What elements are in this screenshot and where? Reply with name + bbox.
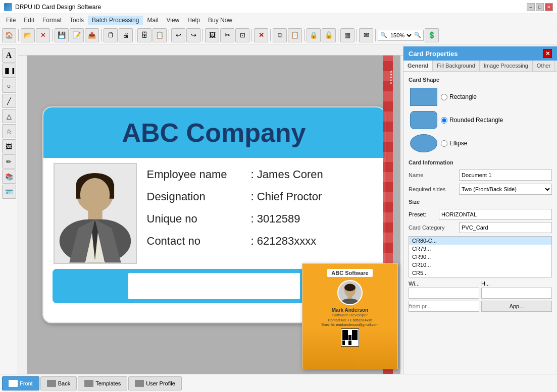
rounded-shape <box>410 111 437 129</box>
menu-view[interactable]: View <box>162 16 183 25</box>
paste-button[interactable]: 📋 <box>288 28 302 42</box>
undo-button[interactable]: ↩ <box>171 28 185 42</box>
minimize-button[interactable]: – <box>527 3 535 11</box>
label-rectangle: Rectangle <box>449 93 477 100</box>
popup-name: Mark Anderson <box>332 307 368 313</box>
barcode-tool[interactable]: ▐▌▐ <box>2 64 16 78</box>
height-input[interactable] <box>481 288 552 299</box>
radio-rounded-rectangle[interactable] <box>441 117 447 124</box>
width-label: Wi... <box>409 281 420 287</box>
radio-rectangle[interactable] <box>441 94 447 100</box>
tab-templates[interactable]: Templates <box>78 376 127 390</box>
menu-edit[interactable]: Edit <box>20 16 38 25</box>
name-input[interactable] <box>459 170 552 181</box>
star-tool[interactable]: ☆ <box>2 124 16 138</box>
tab-back[interactable]: Back <box>40 376 77 390</box>
image-button[interactable]: 🖼 <box>205 28 219 42</box>
apply-button[interactable]: App... <box>481 301 552 312</box>
crop-button[interactable]: ✂ <box>220 28 234 42</box>
close-button[interactable]: ✕ <box>545 3 553 11</box>
image-tool[interactable]: 🖼 <box>2 139 16 153</box>
popup-card-inner: ABC Software Mark Anderson Software Deve… <box>302 264 397 369</box>
colon2: : <box>248 190 257 203</box>
tab-image-processing[interactable]: Image Processing <box>480 61 533 71</box>
category-item-cr79[interactable]: CR79... <box>409 245 551 253</box>
preset-input[interactable] <box>439 209 552 220</box>
menu-file[interactable]: File <box>2 16 20 25</box>
zoom-select[interactable]: 150% 100% 75% 200% <box>388 32 413 39</box>
menu-format[interactable]: Format <box>38 16 66 25</box>
export-button[interactable]: 📤 <box>85 28 99 42</box>
unlock-button[interactable]: 🔓 <box>322 28 336 42</box>
tab-fill-background[interactable]: Fill Background <box>433 61 480 71</box>
maximize-button[interactable]: □ <box>536 3 544 11</box>
titlebar-left: DRPU ID Card Design Software <box>4 3 101 11</box>
align-button[interactable]: ⊡ <box>235 28 249 42</box>
action-row: App... <box>409 301 552 312</box>
print-button[interactable]: 🖨 <box>119 28 133 42</box>
line-tool[interactable]: ╱ <box>2 94 16 108</box>
delete-button[interactable]: ✕ <box>254 28 268 42</box>
menu-mail[interactable]: Mail <box>143 16 162 25</box>
required-sides-label: Required sides <box>409 186 459 192</box>
zoom-box[interactable]: 🔍 150% 100% 75% 200% 🔍 <box>378 30 424 41</box>
rectangle-tool[interactable]: △ <box>2 109 16 123</box>
shape-tool[interactable]: ○ <box>2 79 16 93</box>
svg-rect-84 <box>342 299 358 304</box>
zoom-in-icon[interactable]: 🔍 <box>414 32 421 38</box>
grid-button[interactable]: ▦ <box>340 28 355 42</box>
currency-button[interactable]: 💲 <box>425 28 439 42</box>
menu-buy-now[interactable]: Buy Now <box>204 16 236 25</box>
card-category-input[interactable] <box>459 222 552 233</box>
preset-label: Preset: <box>409 211 439 217</box>
import-button[interactable]: 📋 <box>153 28 167 42</box>
copy-button[interactable]: ⧉ <box>273 28 287 42</box>
radio-ellipse[interactable] <box>441 140 447 147</box>
redo-button[interactable]: ↪ <box>186 28 200 42</box>
shape-option-ellipse[interactable]: Ellipse <box>441 133 552 153</box>
tab-user-profile[interactable]: User Profile <box>128 376 181 390</box>
menu-batch-processing[interactable]: Batch Processing <box>88 16 143 25</box>
lock-button[interactable]: 🔒 <box>307 28 321 42</box>
category-item-cr90[interactable]: CR90... <box>409 253 551 261</box>
close-file-button[interactable]: ✕ <box>36 28 50 42</box>
sep5 <box>169 29 169 41</box>
menu-help[interactable]: Help <box>183 16 204 25</box>
width-input[interactable] <box>409 288 479 299</box>
book-tool[interactable]: 📚 <box>2 170 16 184</box>
email-button[interactable]: ✉ <box>359 28 373 42</box>
panel-close-button[interactable]: ✕ <box>543 49 552 58</box>
contact-no-value: 621283xxxx <box>257 235 316 248</box>
tab-general[interactable]: General <box>403 61 433 71</box>
text-tool[interactable]: A <box>2 48 16 63</box>
shape-option-rect[interactable]: Rectangle <box>441 87 552 107</box>
category-item-cr10[interactable]: CR10... <box>409 261 551 269</box>
save-button[interactable]: 💾 <box>55 28 69 42</box>
unique-no-row: Unique no : 3012589 <box>147 212 375 226</box>
required-sides-select[interactable]: Two (Front/Back Side) One (Front Side) <box>459 184 552 195</box>
main-toolbar: 🏠 📂 ✕ 💾 📝 📤 🗒 🖨 🗄 📋 ↩ ↪ 🖼 ✂ ⊡ ✕ ⧉ 📋 🔒 🔓 … <box>0 26 557 44</box>
tab-other[interactable]: Other <box>533 61 555 71</box>
preview-button[interactable]: 🗒 <box>104 28 118 42</box>
company-name: ABC Company <box>122 118 306 148</box>
tab-front[interactable]: Front <box>2 376 39 390</box>
panel-tabs: General Fill Background Image Processing… <box>403 61 557 72</box>
save-as-button[interactable]: 📝 <box>70 28 84 42</box>
colon3: : <box>248 212 257 226</box>
open-button[interactable]: 📂 <box>21 28 35 42</box>
pen-tool[interactable]: ✏ <box>2 154 16 169</box>
home-button[interactable]: 🏠 <box>2 28 16 42</box>
user-profile-tab-label: User Profile <box>146 380 175 386</box>
category-item-cr5[interactable]: CR5... <box>409 269 551 277</box>
card-tool[interactable]: 🪪 <box>2 185 16 199</box>
menu-tools[interactable]: Tools <box>66 16 88 25</box>
category-item-cr80[interactable]: CR80-C... <box>409 237 551 245</box>
unique-no-label: Unique no <box>147 212 248 226</box>
label-rounded-rectangle: Rounded Rectangle <box>449 117 503 124</box>
zoom-out-icon[interactable]: 🔍 <box>380 32 387 38</box>
back-tab-label: Back <box>58 380 70 386</box>
from-pr-input[interactable] <box>409 301 479 312</box>
shape-option-rounded[interactable]: Rounded Rectangle <box>441 110 552 130</box>
titlebar-controls[interactable]: – □ ✕ <box>527 3 553 11</box>
database-button[interactable]: 🗄 <box>137 28 151 42</box>
